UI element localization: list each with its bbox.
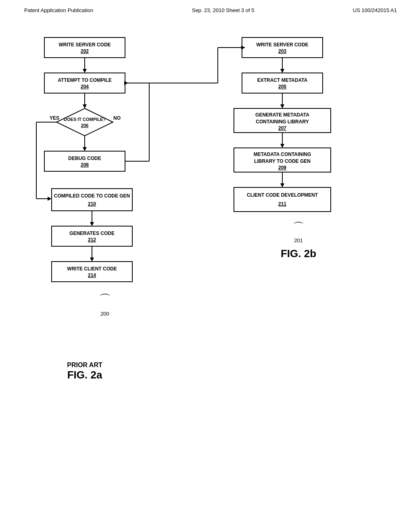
page-header: Patent Application Publication Sep. 23, …: [0, 0, 413, 17]
brace-200: ⌒: [99, 293, 111, 306]
svg-text:DOES IT COMPILE?: DOES IT COMPILE?: [64, 117, 106, 122]
svg-text:METADATA CONTAINING: METADATA CONTAINING: [254, 152, 311, 157]
svg-line-24: [125, 48, 242, 83]
svg-text:203: 203: [278, 48, 286, 54]
no-label: NO: [113, 115, 121, 121]
svg-marker-28: [280, 69, 284, 73]
box-204: [44, 73, 125, 93]
svg-text:WRITE CLIENT CODE: WRITE CLIENT CODE: [67, 266, 117, 272]
svg-text:WRITE SERVER CODE: WRITE SERVER CODE: [58, 42, 111, 48]
yes-label: YES: [50, 115, 59, 121]
header-right: US 100/242015 A1: [353, 7, 397, 13]
header-center: Sep. 23, 2010 Sheet 3 of 5: [192, 7, 254, 13]
svg-text:ATTEMPT TO COMPILE: ATTEMPT TO COMPILE: [58, 77, 112, 83]
svg-text:202: 202: [81, 48, 89, 54]
svg-text:EXTRACT METADATA: EXTRACT METADATA: [257, 77, 308, 83]
svg-text:212: 212: [88, 237, 96, 243]
svg-marker-2: [83, 69, 87, 73]
svg-marker-31: [280, 104, 284, 108]
svg-text:WRITE SERVER CODE: WRITE SERVER CODE: [256, 42, 308, 48]
svg-text:208: 208: [81, 162, 89, 168]
fig2b-label: FIG. 2b: [281, 247, 316, 260]
svg-text:204: 204: [81, 84, 89, 89]
svg-marker-18: [90, 258, 94, 262]
svg-text:CLIENT CODE DEVELOPMENT: CLIENT CODE DEVELOPMENT: [247, 192, 318, 198]
brace-201: ⌒: [293, 221, 304, 233]
svg-marker-15: [90, 222, 94, 226]
box-212: [52, 226, 132, 246]
svg-marker-35: [280, 144, 284, 148]
svg-text:206: 206: [81, 123, 88, 128]
svg-text:DEBUG CODE: DEBUG CODE: [68, 156, 101, 161]
box-211: [234, 187, 331, 212]
box-202: [44, 37, 125, 58]
diamond-206: [56, 108, 113, 136]
svg-text:209: 209: [278, 165, 286, 170]
box-214: [52, 262, 132, 282]
svg-marker-39: [280, 183, 284, 187]
flowchart-svg: WRITE SERVER CODE 202 ATTEMPT TO COMPILE…: [20, 25, 391, 372]
svg-text:GENERATES CODE: GENERATES CODE: [69, 231, 115, 236]
box-210: [52, 189, 132, 211]
svg-text:COMPILED CODE TO CODE GEN: COMPILED CODE TO CODE GEN: [54, 193, 130, 199]
svg-text:GENERATE METADATA: GENERATE METADATA: [255, 112, 309, 118]
box-203: [242, 37, 323, 58]
ref-200: 200: [100, 311, 109, 317]
svg-marker-12: [48, 197, 52, 201]
ref-201: 201: [294, 237, 303, 243]
box-208: [44, 151, 125, 171]
box-205: [242, 73, 323, 93]
svg-text:207: 207: [278, 125, 286, 131]
svg-marker-8: [83, 147, 87, 151]
header-left: Patent Application Publication: [24, 7, 93, 13]
svg-text:210: 210: [88, 201, 96, 207]
svg-text:205: 205: [278, 84, 286, 89]
svg-text:214: 214: [88, 272, 96, 278]
svg-marker-5: [83, 104, 87, 108]
svg-text:LIBRARY TO CODE GEN: LIBRARY TO CODE GEN: [254, 158, 311, 164]
svg-text:CONTAINING LIBRARY: CONTAINING LIBRARY: [256, 119, 309, 125]
svg-text:211: 211: [278, 201, 286, 207]
